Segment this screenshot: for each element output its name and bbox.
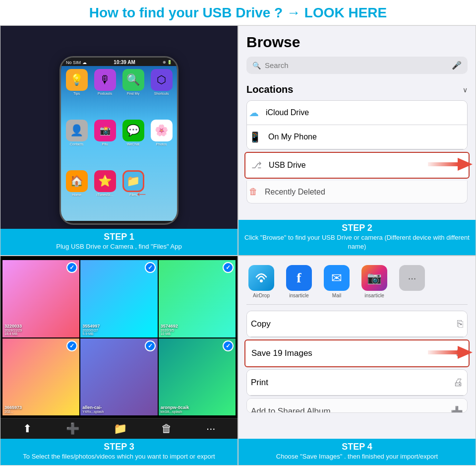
locations-chevron-icon: ∨ xyxy=(463,86,468,94)
usb-icon: ⎇ xyxy=(251,160,262,171)
step3-title: STEP 3 xyxy=(5,442,233,452)
location-recently-deleted[interactable]: 🗑 Recently Deleted xyxy=(246,181,468,203)
step4-desc: Choose "Save Images" . then finished you… xyxy=(243,452,471,461)
share-app-instagram[interactable]: 📷 insarticle xyxy=(359,265,389,298)
search-icon: 🔍 xyxy=(252,62,261,69)
svg-rect-4 xyxy=(428,350,459,354)
svg-rect-1 xyxy=(428,162,459,166)
app-pitu-label: Pitu xyxy=(102,142,108,146)
add-icon: ➕ xyxy=(66,422,79,435)
main-grid: No SIM ☁ 10:39 AM ⊕ 🔋 💡 Tips 🎙 Podcasts … xyxy=(0,25,476,466)
iphone-frame: No SIM ☁ 10:39 AM ⊕ 🔋 💡 Tips 🎙 Podcasts … xyxy=(60,56,178,225)
share-app-airdrop[interactable]: AirDrop xyxy=(246,265,276,298)
mail-label: Mail xyxy=(332,293,341,298)
app-tips-label: Tips xyxy=(73,92,80,95)
trash-icon: 🗑 xyxy=(161,422,172,435)
search-bar[interactable]: 🔍 🎤 xyxy=(246,57,468,74)
photo-id-6: aronpw-0caik xyxy=(161,405,189,410)
step4-bar: STEP 4 Choose "Save Images" . then finis… xyxy=(238,439,476,465)
photo-date-4: 202... xyxy=(4,410,22,413)
instagram-label: insarticle xyxy=(364,293,384,298)
copy-action[interactable]: Copy ⎘ xyxy=(246,311,468,337)
photo-check-3: ✓ xyxy=(223,262,234,273)
app-files[interactable]: 📁 Files ← xyxy=(120,170,146,218)
step1-bar: STEP 1 Plug USB Drive or Camera , find "… xyxy=(0,229,238,255)
save-red-arrow xyxy=(428,345,473,362)
delete-button[interactable]: 🗑 xyxy=(161,422,172,435)
app-pitu[interactable]: 📸 Pitu xyxy=(92,120,118,167)
app-shortcuts-label: Shortcuts xyxy=(154,92,169,95)
copy-icon: ⎘ xyxy=(457,318,463,330)
instagram-icon: 📷 xyxy=(361,265,387,291)
photo-date-1: 2019/11/29 xyxy=(4,329,22,332)
app-podcasts[interactable]: 🎙 Podcasts xyxy=(92,69,118,117)
svg-marker-0 xyxy=(458,158,473,171)
iphone-status: No SIM ☁ 10:39 AM ⊕ 🔋 xyxy=(61,58,177,66)
mic-icon: 🎤 xyxy=(452,61,462,70)
location-icloud[interactable]: ☁ iCloud Drive xyxy=(247,101,467,125)
app-shortcuts[interactable]: ⬡ Shortcuts xyxy=(149,69,174,117)
step1-desc: Plug USB Drive or Camera , find "Files" … xyxy=(5,242,233,251)
search-input[interactable] xyxy=(265,61,448,69)
locations-title: Locations xyxy=(246,84,293,95)
step3-desc: To Select the files/photos/videos which … xyxy=(5,452,233,461)
photo-item[interactable]: ✓ 3554997 2020/2/27 5.9 MB xyxy=(80,260,157,337)
photo-item[interactable]: ✓ allen-cai- Y4Rx...splash xyxy=(80,338,157,415)
app-wechat[interactable]: 💬 WeChat xyxy=(120,120,146,167)
location-phone[interactable]: 📱 On My Phone xyxy=(247,125,467,149)
folder-icon: 📁 xyxy=(114,422,127,435)
share-icon: ⬆ xyxy=(23,422,32,435)
photo-item[interactable]: ✓ 3220033 2019/11/29 18.4 MB xyxy=(2,260,79,337)
app-wechat-label: WeChat xyxy=(127,142,139,146)
quadrant-step1: No SIM ☁ 10:39 AM ⊕ 🔋 💡 Tips 🎙 Podcasts … xyxy=(0,25,238,256)
share-apps-row: AirDrop f insarticle ✉ Mail 📷 insarticle… xyxy=(246,261,468,305)
trash-icon: 🗑 xyxy=(249,187,258,197)
save-images-label: Save 19 Images xyxy=(251,348,312,358)
app-itunes[interactable]: ⭐ iTunesSt... xyxy=(92,170,118,218)
app-contacts-label: Contacts xyxy=(70,142,84,146)
app-contacts[interactable]: 👤 Contacts xyxy=(64,120,89,167)
photo-meta-3: 3574692 2020/3/5 10 MB xyxy=(161,324,178,336)
step2-title: STEP 2 xyxy=(243,223,471,233)
add-button[interactable]: ➕ xyxy=(66,422,79,435)
print-action[interactable]: Print 🖨 xyxy=(246,370,468,396)
app-home[interactable]: 🏠 Home xyxy=(64,170,89,218)
photo-date-2: 2020/2/27 xyxy=(82,329,100,332)
photo-item[interactable]: ✓ 3574692 2020/3/5 10 MB xyxy=(159,260,236,337)
share-button[interactable]: ⬆ xyxy=(23,422,32,435)
quadrant-step2: Browse 🔍 🎤 Locations ∨ ☁ iCloud Drive 📱 … xyxy=(238,25,476,256)
step1-title: STEP 1 xyxy=(5,232,233,242)
more-icon: ··· xyxy=(206,422,215,435)
status-no-sim: No SIM ☁ xyxy=(66,60,87,65)
app-photos[interactable]: 🌸 Photos xyxy=(149,120,174,167)
phone-label: On My Phone xyxy=(268,133,317,141)
photo-id-1: 3220033 xyxy=(4,324,22,329)
recently-deleted-label: Recently Deleted xyxy=(265,188,325,197)
photo-size-3: 10 MB xyxy=(161,332,178,336)
photos-toolbar: ⬆ ➕ 📁 🗑 ··· xyxy=(0,418,238,439)
app-itunes-label: iTunesSt... xyxy=(97,193,113,197)
photo-check-4: ✓ xyxy=(66,340,77,351)
photo-date-5: Y4Rx...splash xyxy=(82,410,104,413)
files-arrow: ← xyxy=(134,186,148,202)
photo-check-5: ✓ xyxy=(145,340,156,351)
step3-bar: STEP 3 To Select the files/photos/videos… xyxy=(0,439,238,465)
folder-button[interactable]: 📁 xyxy=(114,422,127,435)
photo-check-6: ✓ xyxy=(223,340,234,351)
airdrop-label: AirDrop xyxy=(253,293,270,298)
app-tips[interactable]: 💡 Tips xyxy=(64,69,89,117)
add-shared-action[interactable]: Add to Shared Album ➕ xyxy=(246,399,468,413)
app-photos-label: Photos xyxy=(156,142,167,146)
step4-title: STEP 4 xyxy=(243,442,471,452)
photo-item[interactable]: ✓ 3665973 202... ↙ xyxy=(2,338,79,415)
step2-bar: STEP 2 Click "Browse" to find your USB D… xyxy=(238,220,476,255)
share-app-mail[interactable]: ✉ Mail xyxy=(322,265,352,298)
photo-item[interactable]: ✓ aronpw-0caik kln3A...splash xyxy=(159,338,236,415)
app-findmy[interactable]: 🔍 Find My xyxy=(120,69,146,117)
share-app-more[interactable]: ··· xyxy=(397,265,427,298)
share-app-facebook[interactable]: f insarticle xyxy=(284,265,314,298)
photo-size-1: 18.4 MB xyxy=(4,332,22,336)
photos-grid: ✓ 3220033 2019/11/29 18.4 MB ✓ 3554997 2… xyxy=(0,256,238,417)
quadrant-step3: ✓ 3220033 2019/11/29 18.4 MB ✓ 3554997 2… xyxy=(0,256,238,466)
more-button[interactable]: ··· xyxy=(206,422,215,435)
